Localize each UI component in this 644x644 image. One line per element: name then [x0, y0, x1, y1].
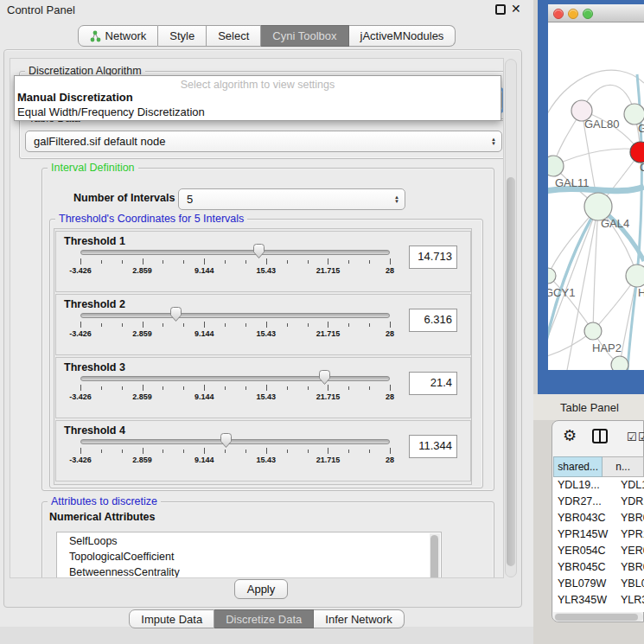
bottom-tab-bar: Impute DataDiscretize DataInfer Network: [0, 608, 533, 628]
tab-select[interactable]: Select: [207, 25, 261, 47]
close-traffic-light[interactable]: [553, 9, 564, 19]
table-row[interactable]: YDL19...YDL1: [553, 477, 644, 494]
minor-tick: [369, 323, 370, 327]
checkbox-checked-icon[interactable]: ☑: [627, 430, 637, 443]
zoom-traffic-light[interactable]: [583, 9, 593, 19]
slider-track[interactable]: [80, 376, 390, 381]
major-tick: [266, 385, 267, 391]
number-of-intervals-label: Number of Intervals: [73, 192, 175, 204]
tick-label: 28: [367, 329, 413, 338]
table-row[interactable]: YLR345WYLR3: [553, 592, 644, 609]
tab-network[interactable]: Network: [78, 25, 159, 47]
numerical-attributes-label: Numerical Attributes: [49, 511, 155, 523]
column-header-name[interactable]: n...: [603, 456, 644, 477]
node-gcy1[interactable]: [548, 268, 556, 284]
slider-handle[interactable]: [252, 243, 265, 259]
gear-icon[interactable]: ⚙: [563, 426, 577, 445]
numerical-attributes-list[interactable]: SelfLoopsTopologicalCoefficientBetweenne…: [56, 532, 442, 578]
attribute-item[interactable]: BetweennessCentrality: [69, 566, 180, 578]
major-tick: [204, 322, 205, 328]
tab-infer-network[interactable]: Infer Network: [314, 609, 404, 628]
threshold-value-field[interactable]: 21.4: [409, 372, 457, 395]
checkbox-checked-icon[interactable]: ☑: [638, 430, 644, 443]
stepper-arrows-icon: ▲▼: [389, 195, 405, 204]
scrollbar-thumb[interactable]: [555, 614, 638, 621]
threshold-label: Threshold 2: [64, 298, 125, 310]
settings-vertical-scrollbar[interactable]: [505, 59, 517, 577]
tick-label: -3.426: [57, 456, 104, 464]
algorithm-dropdown-popup: Select algorithm to view settings Manual…: [14, 75, 501, 121]
minor-tick: [245, 386, 246, 390]
slider-handle[interactable]: [220, 432, 233, 449]
table-row[interactable]: YBL079WYBL0: [553, 576, 644, 592]
slider-track[interactable]: [80, 250, 390, 255]
major-tick: [266, 258, 267, 265]
table-row[interactable]: YIL052CYIL0: [553, 609, 644, 612]
major-tick: [328, 258, 328, 265]
scrollbar-thumb[interactable]: [430, 535, 438, 578]
node-gal11[interactable]: [548, 156, 564, 176]
group-title: Attributes to discretize: [48, 495, 161, 507]
minimize-traffic-light[interactable]: [568, 9, 578, 19]
node-label: GAL4: [601, 217, 629, 230]
threshold-value-field[interactable]: 11.344: [409, 435, 457, 458]
cell-shared-name: YBR045C: [558, 561, 618, 573]
tab-discretize-data[interactable]: Discretize Data: [214, 609, 314, 628]
tab-impute-data[interactable]: Impute Data: [129, 609, 214, 628]
table-row[interactable]: YER054CYER0: [553, 543, 644, 559]
table-data-combobox[interactable]: galFiltered.sif default node ▲▼: [25, 131, 502, 152]
popup-item-manual-discretization[interactable]: Manual Discretization: [17, 91, 133, 104]
control-panel-titlebar: Control Panel ✕: [0, 0, 533, 20]
close-icon[interactable]: ✕: [511, 2, 521, 16]
popup-item-equal-width-frequency[interactable]: Equal Width/Frequency Discretization: [17, 105, 205, 118]
node-label: G: [638, 122, 644, 135]
node-red-selected[interactable]: [630, 142, 644, 163]
tick-label: 9.144: [181, 329, 227, 338]
network-graph[interactable]: GAL80 G C GAL11 GAL4 GCY1 H HAP2: [548, 22, 644, 370]
major-tick: [328, 322, 328, 328]
cell-shared-name: YBR043C: [558, 512, 618, 524]
minor-tick: [348, 260, 349, 264]
slider-handle[interactable]: [169, 306, 182, 322]
split-columns-icon[interactable]: [592, 429, 608, 443]
tab-style[interactable]: Style: [158, 25, 207, 47]
table-row[interactable]: YPR145WYPR1: [553, 526, 644, 543]
major-tick: [328, 385, 328, 391]
tab-label: Select: [218, 26, 249, 47]
list-scrollbar[interactable]: [430, 533, 440, 578]
tab-jactivemnodules[interactable]: jActiveMNodules: [349, 25, 456, 47]
node-hap2[interactable]: [584, 322, 602, 340]
minor-tick: [163, 260, 163, 264]
minor-tick: [225, 323, 226, 327]
cell-shared-name: YDR27...: [558, 495, 618, 507]
tick-label: 9.144: [181, 266, 227, 275]
scrollbar-thumb[interactable]: [507, 177, 515, 566]
tab-cyni-toolbox[interactable]: Cyni Toolbox: [261, 25, 348, 47]
minor-tick: [122, 450, 123, 453]
node-bottom[interactable]: [611, 356, 628, 370]
attribute-item[interactable]: SelfLoops: [69, 535, 118, 547]
float-window-icon[interactable]: [495, 4, 506, 15]
minor-tick: [122, 323, 123, 327]
table-row[interactable]: YBR045CYBR0: [553, 559, 644, 576]
threshold-value-field[interactable]: 6.316: [409, 309, 457, 332]
tick-label: 9.144: [181, 456, 227, 464]
slider-handle[interactable]: [318, 369, 331, 386]
slider-track[interactable]: [80, 313, 390, 318]
threshold-value-field[interactable]: 14.713: [409, 245, 457, 269]
node-label: GAL11: [555, 176, 590, 189]
slider-track[interactable]: [80, 439, 390, 444]
number-of-intervals-combobox[interactable]: 5 ▲▼: [178, 188, 405, 210]
table-row[interactable]: YBR043CYBR0: [553, 510, 644, 526]
table-horizontal-scrollbar[interactable]: [554, 613, 643, 622]
minor-tick: [225, 450, 226, 453]
cell-name: YPR1: [621, 528, 644, 540]
attribute-item[interactable]: TopologicalCoefficient: [69, 551, 174, 563]
apply-button[interactable]: Apply: [234, 579, 288, 599]
major-tick: [80, 258, 81, 265]
node-h[interactable]: [626, 265, 644, 287]
network-canvas[interactable]: GAL80 G C GAL11 GAL4 GCY1 H HAP2: [548, 22, 644, 370]
table-row[interactable]: YDR27...YDR2: [553, 494, 644, 510]
major-tick: [390, 322, 391, 328]
column-header-shared-name[interactable]: shared...: [553, 456, 603, 477]
